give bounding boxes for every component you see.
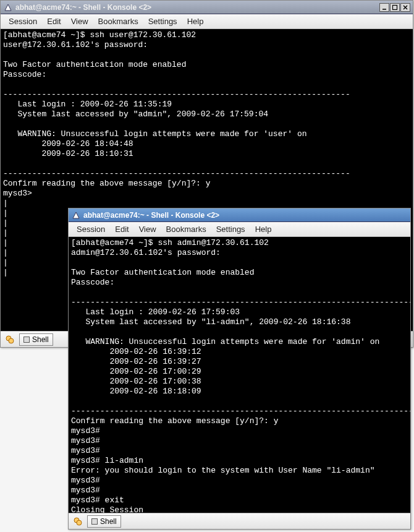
svg-point-5 [9,338,14,343]
window-title: abhat@acme74:~ - Shell - Konsole <2> [15,3,377,12]
menu-bookmarks[interactable]: Bookmarks [162,223,211,235]
menu-session[interactable]: Session [72,223,109,235]
tab-label: Shell [100,517,117,526]
menu-edit[interactable]: Edit [111,223,133,235]
titlebar[interactable]: abhat@acme74:~ - Shell - Konsole <2> [69,208,410,222]
menu-bookmarks[interactable]: Bookmarks [94,15,143,27]
app-menu-icon[interactable] [3,2,13,12]
tab-label: Shell [32,335,49,344]
tab-indicator-icon [91,518,98,525]
titlebar[interactable]: abhat@acme74:~ - Shell - Konsole <2> [1,1,413,14]
konsole-window-2: abhat@acme74:~ - Shell - Konsole <2> Ses… [68,208,411,530]
svg-rect-1 [393,5,397,9]
new-tab-icon[interactable] [72,516,83,527]
menu-view[interactable]: View [67,15,93,27]
window-controls [379,3,410,12]
menu-edit[interactable]: Edit [43,15,65,27]
maximize-button[interactable] [390,3,400,12]
terminal-output[interactable]: [abhat@acme74 ~]$ ssh admin@172.30.61.10… [69,237,410,513]
menubar: Session Edit View Bookmarks Settings Hel… [69,222,410,237]
tab-shell[interactable]: Shell [87,515,121,528]
tab-shell[interactable]: Shell [19,333,53,346]
menu-view[interactable]: View [135,223,161,235]
svg-point-7 [77,520,82,525]
menu-help[interactable]: Help [183,15,208,27]
menu-settings[interactable]: Settings [144,15,182,27]
new-tab-icon[interactable] [4,334,15,345]
tab-indicator-icon [23,337,30,343]
menu-session[interactable]: Session [4,15,41,27]
app-menu-icon[interactable] [71,210,81,220]
menubar: Session Edit View Bookmarks Settings Hel… [1,14,413,29]
window-title: abhat@acme74:~ - Shell - Konsole <2> [83,211,408,220]
menu-help[interactable]: Help [251,223,276,235]
menu-settings[interactable]: Settings [212,223,250,235]
close-button[interactable] [400,3,410,12]
minimize-button[interactable] [379,3,389,12]
statusbar: Shell [69,513,410,529]
